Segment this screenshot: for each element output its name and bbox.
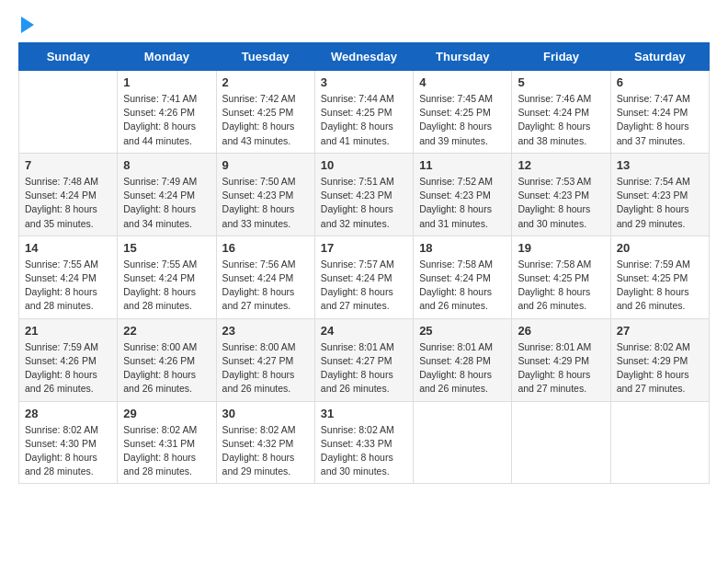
day-cell: 8Sunrise: 7:49 AMSunset: 4:24 PMDaylight…	[118, 153, 216, 236]
day-cell: 14Sunrise: 7:55 AMSunset: 4:24 PMDayligh…	[19, 236, 118, 318]
day-of-week-friday: Friday	[512, 43, 610, 71]
day-number: 15	[123, 241, 210, 255]
day-cell: 19Sunrise: 7:58 AMSunset: 4:25 PMDayligh…	[512, 236, 610, 318]
day-of-week-saturday: Saturday	[610, 43, 709, 71]
day-cell	[19, 71, 118, 154]
day-info: Sunrise: 8:01 AMSunset: 4:29 PMDaylight:…	[518, 340, 604, 396]
day-cell: 3Sunrise: 7:44 AMSunset: 4:25 PMDaylight…	[314, 71, 413, 154]
day-info: Sunrise: 7:41 AMSunset: 4:26 PMDaylight:…	[123, 92, 210, 148]
day-info: Sunrise: 8:02 AMSunset: 4:33 PMDaylight:…	[321, 423, 407, 479]
week-row-1: 1Sunrise: 7:41 AMSunset: 4:26 PMDaylight…	[19, 71, 710, 154]
day-number: 4	[419, 75, 506, 89]
day-cell: 11Sunrise: 7:52 AMSunset: 4:23 PMDayligh…	[414, 153, 512, 236]
week-row-5: 28Sunrise: 8:02 AMSunset: 4:30 PMDayligh…	[19, 401, 710, 484]
day-cell: 21Sunrise: 7:59 AMSunset: 4:26 PMDayligh…	[19, 318, 118, 401]
day-number: 17	[321, 241, 407, 255]
day-cell: 30Sunrise: 8:02 AMSunset: 4:32 PMDayligh…	[216, 401, 314, 484]
week-row-3: 14Sunrise: 7:55 AMSunset: 4:24 PMDayligh…	[19, 236, 710, 318]
day-info: Sunrise: 7:53 AMSunset: 4:23 PMDaylight:…	[518, 175, 604, 231]
day-cell: 4Sunrise: 7:45 AMSunset: 4:25 PMDaylight…	[414, 71, 512, 154]
day-of-week-monday: Monday	[118, 43, 216, 71]
week-row-4: 21Sunrise: 7:59 AMSunset: 4:26 PMDayligh…	[19, 318, 710, 401]
day-cell: 31Sunrise: 8:02 AMSunset: 4:33 PMDayligh…	[314, 401, 413, 484]
day-number: 1	[123, 75, 210, 89]
day-cell: 22Sunrise: 8:00 AMSunset: 4:26 PMDayligh…	[118, 318, 216, 401]
logo	[18, 18, 34, 33]
day-number: 7	[25, 158, 111, 172]
day-number: 23	[222, 324, 309, 338]
day-number: 11	[419, 158, 506, 172]
day-cell: 2Sunrise: 7:42 AMSunset: 4:25 PMDaylight…	[216, 71, 314, 154]
logo-arrow-icon	[21, 17, 34, 33]
day-cell: 12Sunrise: 7:53 AMSunset: 4:23 PMDayligh…	[512, 153, 610, 236]
day-number: 3	[321, 75, 407, 89]
day-number: 5	[518, 75, 604, 89]
day-cell: 6Sunrise: 7:47 AMSunset: 4:24 PMDaylight…	[610, 71, 709, 154]
day-of-week-thursday: Thursday	[414, 43, 512, 71]
day-cell: 26Sunrise: 8:01 AMSunset: 4:29 PMDayligh…	[512, 318, 610, 401]
day-number: 21	[25, 324, 111, 338]
calendar-table: SundayMondayTuesdayWednesdayThursdayFrid…	[18, 42, 710, 484]
day-info: Sunrise: 8:02 AMSunset: 4:30 PMDaylight:…	[25, 423, 111, 479]
day-cell: 16Sunrise: 7:56 AMSunset: 4:24 PMDayligh…	[216, 236, 314, 318]
day-info: Sunrise: 8:01 AMSunset: 4:28 PMDaylight:…	[419, 340, 506, 396]
day-cell	[512, 401, 610, 484]
day-info: Sunrise: 7:56 AMSunset: 4:24 PMDaylight:…	[222, 258, 309, 314]
day-info: Sunrise: 7:49 AMSunset: 4:24 PMDaylight:…	[123, 175, 210, 231]
day-cell: 5Sunrise: 7:46 AMSunset: 4:24 PMDaylight…	[512, 71, 610, 154]
day-cell: 17Sunrise: 7:57 AMSunset: 4:24 PMDayligh…	[314, 236, 413, 318]
day-of-week-tuesday: Tuesday	[216, 43, 314, 71]
day-info: Sunrise: 7:48 AMSunset: 4:24 PMDaylight:…	[25, 175, 111, 231]
day-info: Sunrise: 7:46 AMSunset: 4:24 PMDaylight:…	[518, 92, 604, 148]
day-cell: 27Sunrise: 8:02 AMSunset: 4:29 PMDayligh…	[610, 318, 709, 401]
day-info: Sunrise: 7:57 AMSunset: 4:24 PMDaylight:…	[321, 258, 407, 314]
day-info: Sunrise: 7:58 AMSunset: 4:25 PMDaylight:…	[518, 258, 604, 314]
day-info: Sunrise: 7:55 AMSunset: 4:24 PMDaylight:…	[25, 258, 111, 314]
day-number: 30	[222, 407, 309, 420]
day-info: Sunrise: 7:50 AMSunset: 4:23 PMDaylight:…	[222, 175, 309, 231]
day-cell	[414, 401, 512, 484]
day-info: Sunrise: 8:02 AMSunset: 4:32 PMDaylight:…	[222, 423, 309, 479]
day-number: 8	[123, 158, 210, 172]
day-cell: 29Sunrise: 8:02 AMSunset: 4:31 PMDayligh…	[118, 401, 216, 484]
day-number: 25	[419, 324, 506, 338]
day-of-week-wednesday: Wednesday	[314, 43, 413, 71]
day-info: Sunrise: 7:45 AMSunset: 4:25 PMDaylight:…	[419, 92, 506, 148]
day-info: Sunrise: 8:02 AMSunset: 4:31 PMDaylight:…	[123, 423, 210, 479]
day-info: Sunrise: 7:58 AMSunset: 4:24 PMDaylight:…	[419, 258, 506, 314]
day-cell: 25Sunrise: 8:01 AMSunset: 4:28 PMDayligh…	[414, 318, 512, 401]
day-cell: 28Sunrise: 8:02 AMSunset: 4:30 PMDayligh…	[19, 401, 118, 484]
day-cell: 10Sunrise: 7:51 AMSunset: 4:23 PMDayligh…	[314, 153, 413, 236]
calendar-header-row: SundayMondayTuesdayWednesdayThursdayFrid…	[19, 43, 710, 71]
page-header	[18, 18, 710, 33]
day-number: 29	[123, 407, 210, 420]
day-cell: 20Sunrise: 7:59 AMSunset: 4:25 PMDayligh…	[610, 236, 709, 318]
day-number: 24	[321, 324, 407, 338]
day-cell: 1Sunrise: 7:41 AMSunset: 4:26 PMDaylight…	[118, 71, 216, 154]
day-number: 6	[617, 75, 703, 89]
day-cell: 24Sunrise: 8:01 AMSunset: 4:27 PMDayligh…	[314, 318, 413, 401]
day-info: Sunrise: 7:42 AMSunset: 4:25 PMDaylight:…	[222, 92, 309, 148]
day-info: Sunrise: 7:54 AMSunset: 4:23 PMDaylight:…	[617, 175, 703, 231]
day-of-week-sunday: Sunday	[19, 43, 118, 71]
day-number: 19	[518, 241, 604, 255]
day-cell: 15Sunrise: 7:55 AMSunset: 4:24 PMDayligh…	[118, 236, 216, 318]
day-number: 18	[419, 241, 506, 255]
day-info: Sunrise: 7:55 AMSunset: 4:24 PMDaylight:…	[123, 258, 210, 314]
day-cell: 9Sunrise: 7:50 AMSunset: 4:23 PMDaylight…	[216, 153, 314, 236]
day-number: 9	[222, 158, 309, 172]
day-number: 27	[617, 324, 703, 338]
day-info: Sunrise: 7:47 AMSunset: 4:24 PMDaylight:…	[617, 92, 703, 148]
day-info: Sunrise: 8:00 AMSunset: 4:26 PMDaylight:…	[123, 340, 210, 396]
day-cell: 18Sunrise: 7:58 AMSunset: 4:24 PMDayligh…	[414, 236, 512, 318]
day-number: 14	[25, 241, 111, 255]
day-info: Sunrise: 7:59 AMSunset: 4:25 PMDaylight:…	[617, 258, 703, 314]
day-info: Sunrise: 7:52 AMSunset: 4:23 PMDaylight:…	[419, 175, 506, 231]
day-number: 20	[617, 241, 703, 255]
day-info: Sunrise: 7:44 AMSunset: 4:25 PMDaylight:…	[321, 92, 407, 148]
day-info: Sunrise: 8:00 AMSunset: 4:27 PMDaylight:…	[222, 340, 309, 396]
day-info: Sunrise: 7:51 AMSunset: 4:23 PMDaylight:…	[321, 175, 407, 231]
day-cell: 13Sunrise: 7:54 AMSunset: 4:23 PMDayligh…	[610, 153, 709, 236]
day-info: Sunrise: 8:01 AMSunset: 4:27 PMDaylight:…	[321, 340, 407, 396]
day-number: 16	[222, 241, 309, 255]
